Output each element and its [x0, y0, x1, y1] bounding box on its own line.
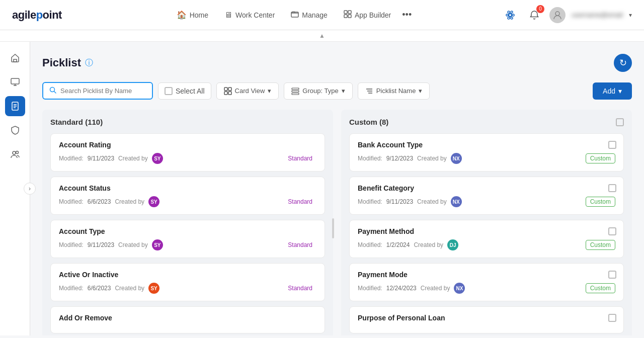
sidebar-users-icon	[10, 149, 20, 159]
add-chevron-icon: ▾	[618, 87, 622, 95]
card-checkbox[interactable]	[608, 314, 616, 322]
group-icon	[291, 87, 299, 95]
created-label: Created by	[115, 285, 144, 292]
modified-label: Modified:	[59, 241, 84, 248]
standard-tag: Standard	[284, 284, 316, 293]
svg-rect-2	[348, 11, 351, 14]
card-title: Purpose of Personal Loan	[358, 314, 615, 322]
custom-tag: Custom	[586, 153, 615, 163]
table-row: Bank Account Type Modified: 9/12/2023 Cr…	[349, 133, 624, 172]
avatar: SY	[148, 196, 159, 207]
card-title: Bank Account Type	[358, 141, 615, 149]
svg-point-7	[512, 14, 514, 16]
svg-point-14	[555, 12, 559, 16]
card-checkbox[interactable]	[608, 227, 616, 235]
card-title: Active Or Inactive	[59, 271, 316, 279]
card-checkbox[interactable]	[608, 271, 616, 279]
collapse-bar[interactable]: ▲	[0, 30, 644, 42]
select-all-btn[interactable]: Select All	[158, 82, 211, 100]
cards-area: Standard (110) Account Rating Modified: …	[42, 110, 632, 335]
created-label: Created by	[118, 241, 148, 248]
custom-tag: Custom	[586, 197, 615, 207]
svg-point-21	[13, 151, 16, 154]
card-checkbox[interactable]	[608, 184, 616, 192]
avatar: SY	[152, 153, 163, 164]
svg-rect-29	[292, 88, 299, 90]
top-nav: agilepoint 🏠 Home 🖥 Work Center Manage	[0, 0, 644, 30]
user-chevron-icon[interactable]: ▾	[629, 12, 632, 19]
user-avatar[interactable]	[549, 7, 566, 23]
created-label: Created by	[417, 155, 447, 162]
standard-tag: Standard	[284, 154, 316, 163]
nav-work-center-label: Work Center	[235, 11, 275, 19]
search-input[interactable]	[60, 87, 141, 95]
standard-column-title: Standard (110)	[50, 118, 103, 126]
standard-column-header: Standard (110)	[50, 118, 325, 126]
add-btn[interactable]: Add ▾	[593, 82, 632, 100]
sort-icon	[365, 87, 373, 95]
standard-column: Standard (110) Account Rating Modified: …	[42, 110, 333, 335]
search-box[interactable]	[42, 82, 153, 100]
table-row: Payment Mode Modified: 12/24/2023 Create…	[349, 263, 624, 301]
modified-date: 6/6/2023	[88, 198, 111, 205]
monitor-icon: 🖥	[224, 11, 232, 20]
group-btn[interactable]: Group: Type ▾	[284, 82, 352, 100]
custom-column-header: Custom (8)	[349, 118, 624, 126]
svg-rect-16	[11, 78, 19, 84]
svg-rect-3	[344, 15, 347, 18]
nav-more-btn[interactable]: •••	[400, 10, 414, 20]
svg-rect-27	[224, 92, 227, 95]
sidebar-expand-btn[interactable]: ›	[24, 183, 36, 195]
logo-text: agilepoint	[12, 9, 62, 22]
table-row: Account Rating Modified: 9/11/2023 Creat…	[50, 133, 325, 172]
select-all-checkbox[interactable]	[165, 87, 173, 95]
search-icon	[49, 87, 56, 95]
table-row: Account Status Modified: 6/6/2023 Create…	[50, 177, 325, 215]
card-title: Payment Mode	[358, 271, 615, 279]
custom-tag: Custom	[586, 283, 615, 293]
info-icon[interactable]: ⓘ	[85, 58, 93, 68]
notifications-btn[interactable]: 0	[525, 6, 543, 24]
avatar: NX	[451, 153, 462, 164]
toolbar: Select All Card View ▾ Group: Typ	[42, 82, 632, 100]
created-label: Created by	[414, 241, 443, 248]
card-view-icon	[224, 87, 232, 95]
sidebar-item-shield[interactable]	[5, 120, 25, 140]
nav-home[interactable]: 🏠 Home	[170, 6, 215, 24]
column-resizer[interactable]	[331, 110, 335, 335]
modified-date: 9/11/2023	[88, 155, 114, 162]
integrations-btn[interactable]	[501, 6, 519, 24]
card-checkbox[interactable]	[608, 141, 616, 149]
svg-rect-31	[292, 93, 299, 95]
card-meta: Modified: 9/12/2023 Created by NX Custom	[358, 153, 615, 164]
refresh-btn[interactable]: ↻	[614, 54, 632, 72]
modified-date: 1/2/2024	[386, 241, 410, 248]
table-row: Payment Method Modified: 1/2/2024 Create…	[349, 220, 624, 258]
card-view-btn[interactable]: Card View ▾	[216, 82, 279, 100]
svg-rect-25	[224, 88, 227, 91]
nav-app-builder[interactable]: App Builder	[337, 6, 398, 24]
card-meta: Modified: 6/6/2023 Created by SY Standar…	[59, 196, 316, 207]
card-title: Account Rating	[59, 141, 316, 149]
created-label: Created by	[417, 198, 447, 205]
collapse-icon: ▲	[319, 32, 325, 39]
custom-column: Custom (8) Bank Account Type Modified: 9…	[341, 110, 632, 335]
logo[interactable]: agilepoint	[12, 9, 62, 22]
picklist-name-btn[interactable]: Picklist Name ▾	[358, 82, 430, 100]
custom-column-checkbox[interactable]	[616, 118, 624, 126]
page-title: Picklist	[42, 56, 81, 69]
sidebar-item-users[interactable]	[5, 144, 25, 164]
sidebar-document-icon	[10, 101, 20, 111]
sidebar-item-home[interactable]	[5, 48, 25, 68]
modified-label: Modified:	[358, 241, 382, 248]
nav-manage[interactable]: Manage	[284, 6, 335, 24]
svg-rect-28	[228, 92, 231, 95]
nav-work-center[interactable]: 🖥 Work Center	[217, 7, 282, 24]
avatar: NX	[451, 196, 462, 207]
sidebar-item-document[interactable]	[5, 96, 25, 116]
modified-date: 9/11/2023	[386, 198, 413, 205]
card-meta: Modified: 6/6/2023 Created by SY Standar…	[59, 283, 316, 294]
left-sidebar: ›	[0, 42, 30, 335]
sidebar-item-monitor[interactable]	[5, 72, 25, 92]
card-meta: Modified: 9/11/2023 Created by SY Standa…	[59, 239, 316, 250]
